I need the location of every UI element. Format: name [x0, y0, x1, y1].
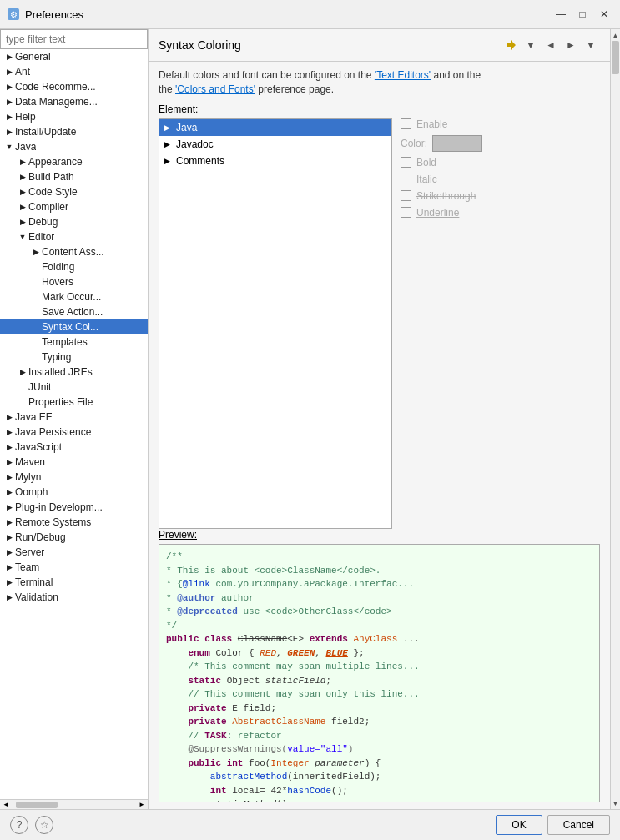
tree-item-build_path[interactable]: ▶Build Path	[0, 169, 148, 184]
tree-arrow-run_debug: ▶	[3, 533, 15, 541]
strikethrough-label: Strikethrough	[416, 190, 476, 202]
tree-item-oomph[interactable]: ▶Oomph	[0, 485, 148, 500]
tree-arrow-team: ▶	[3, 563, 15, 571]
tree-item-mylyn[interactable]: ▶Mylyn	[0, 470, 148, 485]
elem-java[interactable]: ▶ Java	[159, 119, 391, 136]
toolbar-more-button[interactable]: ▼	[582, 36, 600, 54]
tree-item-validation[interactable]: ▶Validation	[0, 590, 148, 605]
tree-label-data_mgmt: Data Manageme...	[15, 96, 98, 108]
bold-checkbox[interactable]	[401, 157, 411, 168]
toolbar-back-button[interactable]	[502, 36, 520, 54]
tree-item-code_style[interactable]: ▶Code Style	[0, 184, 148, 199]
horizontal-scrollbar[interactable]: ◄ ►	[0, 799, 148, 809]
tree-item-java_persistence[interactable]: ▶Java Persistence	[0, 425, 148, 440]
tree-item-remote_systems[interactable]: ▶Remote Systems	[0, 515, 148, 530]
tree-label-team: Team	[15, 561, 39, 573]
tree-arrow-content_assist: ▶	[30, 248, 42, 256]
tree-item-save_actions[interactable]: Save Action...	[0, 304, 148, 319]
svg-marker-2	[507, 40, 516, 50]
tree-item-terminal[interactable]: ▶Terminal	[0, 575, 148, 590]
tree-item-hovers[interactable]: Hovers	[0, 274, 148, 289]
panel-content: Default colors and font can be configure…	[149, 62, 610, 809]
scroll-up-arrow[interactable]: ▲	[611, 29, 620, 41]
color-picker[interactable]	[432, 135, 482, 152]
tree-item-server[interactable]: ▶Server	[0, 545, 148, 560]
tree-item-java[interactable]: ▼Java	[0, 139, 148, 154]
elem-javadoc[interactable]: ▶ Javadoc	[159, 136, 391, 153]
scroll-left-arrow[interactable]: ◄	[0, 801, 12, 809]
toolbar-nav-back[interactable]: ◄	[542, 36, 560, 54]
tree-label-installed_jres: Installed JREs	[28, 366, 93, 378]
tree-item-java_ee[interactable]: ▶Java EE	[0, 410, 148, 425]
text-editors-link[interactable]: 'Text Editors'	[375, 69, 431, 81]
tree-label-editor: Editor	[28, 231, 54, 243]
preview-colon: :	[194, 529, 197, 541]
tree-item-appearance[interactable]: ▶Appearance	[0, 154, 148, 169]
enable-checkbox[interactable]	[401, 118, 411, 129]
elem-comments-label: Comments	[176, 155, 224, 167]
tree-item-templates[interactable]: Templates	[0, 334, 148, 350]
tree-item-properties_file[interactable]: Properties File	[0, 395, 148, 410]
ok-button[interactable]: OK	[496, 815, 542, 835]
element-tree[interactable]: ▶ Java ▶ Javadoc ▶ Comments	[159, 118, 392, 529]
tree-item-junit[interactable]: JUnit	[0, 380, 148, 395]
preferences-icon[interactable]: ☆	[35, 816, 53, 834]
help-button[interactable]: ?	[10, 816, 28, 834]
tree-item-help[interactable]: ▶Help	[0, 109, 148, 124]
content-area: ▶ Java ▶ Javadoc ▶ Comments	[159, 118, 600, 529]
tree-item-run_debug[interactable]: ▶Run/Debug	[0, 530, 148, 545]
scroll-down-arrow[interactable]: ▼	[611, 797, 620, 809]
right-scrollbar[interactable]: ▲ ▼	[610, 29, 620, 809]
close-button[interactable]: ✕	[595, 5, 613, 23]
scroll-track[interactable]	[611, 41, 620, 797]
tree-item-team[interactable]: ▶Team	[0, 560, 148, 575]
underline-checkbox[interactable]	[401, 207, 411, 218]
right-panel: Syntax Coloring ▼ ◄ ► ▼ Default colors a…	[149, 29, 610, 809]
tree-item-content_assist[interactable]: ▶Content Ass...	[0, 244, 148, 259]
tree-item-compiler[interactable]: ▶Compiler	[0, 199, 148, 214]
h-scroll-thumb[interactable]	[16, 802, 58, 808]
preview-section: Preview: /** * This is about <code>Class…	[159, 529, 600, 802]
toolbar-nav-forward[interactable]: ►	[562, 36, 580, 54]
tree-item-mark_occur[interactable]: Mark Occur...	[0, 289, 148, 304]
tree-item-editor[interactable]: ▼Editor	[0, 229, 148, 244]
element-label: Element:	[159, 103, 600, 115]
maximize-button[interactable]: □	[573, 5, 592, 23]
bold-label: Bold	[416, 157, 436, 169]
tree-label-save_actions: Save Action...	[42, 306, 103, 318]
tree-item-debug[interactable]: ▶Debug	[0, 214, 148, 229]
tree-item-installed_jres[interactable]: ▶Installed JREs	[0, 365, 148, 380]
tree-item-install_update[interactable]: ▶Install/Update	[0, 124, 148, 139]
strikethrough-checkbox[interactable]	[401, 190, 411, 201]
minimize-button[interactable]: —	[552, 5, 570, 23]
tree-arrow-java_ee: ▶	[3, 413, 15, 421]
elem-comments[interactable]: ▶ Comments	[159, 153, 391, 169]
tree-label-general: General	[15, 51, 51, 63]
tree-arrow-appearance: ▶	[17, 158, 28, 166]
tree-item-syntax_col[interactable]: Syntax Col...	[0, 319, 148, 334]
cancel-button[interactable]: Cancel	[547, 815, 610, 835]
tree-item-folding[interactable]: Folding	[0, 259, 148, 274]
desc-middle2: the	[159, 83, 175, 95]
scroll-right-arrow[interactable]: ►	[136, 801, 148, 809]
tree-item-code_recommender[interactable]: ▶Code Recomme...	[0, 79, 148, 94]
filter-input[interactable]	[0, 29, 148, 49]
scroll-thumb[interactable]	[612, 41, 619, 74]
tree-item-ant[interactable]: ▶Ant	[0, 64, 148, 79]
preview-label: Preview:	[159, 529, 600, 541]
toolbar-menu-button[interactable]: ▼	[522, 36, 540, 54]
bottom-left: ? ☆	[10, 816, 53, 834]
tree-item-general[interactable]: ▶General	[0, 49, 148, 64]
tree-item-javascript[interactable]: ▶JavaScript	[0, 440, 148, 455]
tree-label-remote_systems: Remote Systems	[15, 516, 91, 528]
tree-item-maven[interactable]: ▶Maven	[0, 455, 148, 470]
h-scroll-track[interactable]	[12, 801, 136, 809]
tree-item-typing[interactable]: Typing	[0, 350, 148, 365]
tree-arrow-mylyn: ▶	[3, 473, 15, 481]
tree-arrow-compiler: ▶	[17, 203, 28, 211]
tree-arrow-server: ▶	[3, 548, 15, 556]
tree-item-data_mgmt[interactable]: ▶Data Manageme...	[0, 94, 148, 109]
italic-checkbox[interactable]	[401, 174, 411, 184]
tree-item-plugin_dev[interactable]: ▶Plug-in Developm...	[0, 500, 148, 515]
colors-fonts-link[interactable]: 'Colors and Fonts'	[175, 83, 255, 95]
